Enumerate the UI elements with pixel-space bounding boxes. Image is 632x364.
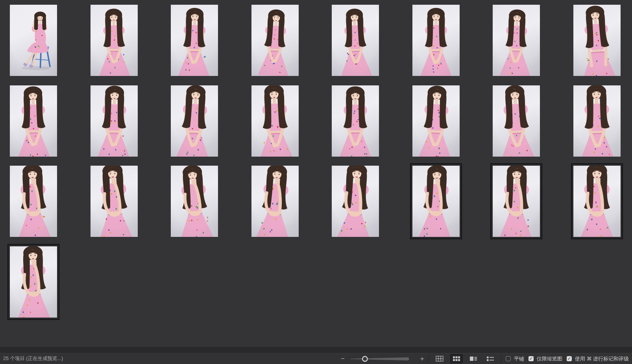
grid-lines-icon xyxy=(436,356,444,362)
thumbnail-item[interactable] xyxy=(493,85,540,157)
thumbnail-item[interactable] xyxy=(251,166,299,237)
slider-thumb[interactable] xyxy=(362,356,367,361)
thumbnail-item[interactable] xyxy=(10,246,57,318)
photo-thumbnail xyxy=(573,85,621,157)
thumbnail-item[interactable] xyxy=(171,166,218,237)
cmd-rating-checkbox[interactable] xyxy=(567,356,572,361)
thumbnail-item[interactable] xyxy=(412,85,460,157)
photo-thumbnail xyxy=(493,85,540,157)
thumbnail-item[interactable] xyxy=(251,85,299,157)
photo-thumbnail xyxy=(10,85,57,157)
photo-thumbnail xyxy=(412,85,460,157)
thumbnail-item[interactable] xyxy=(412,5,460,76)
panel-divider xyxy=(0,347,632,353)
tile-checkbox-label: 平铺 xyxy=(514,355,524,362)
separator xyxy=(429,355,429,362)
thumbnail-item[interactable] xyxy=(332,85,379,157)
photo-thumbnail xyxy=(493,5,540,76)
thumbnail-item[interactable] xyxy=(412,166,460,237)
photo-thumbnail xyxy=(332,5,379,76)
separator xyxy=(501,355,501,362)
photo-thumbnail xyxy=(171,5,218,76)
thumbnail-item[interactable] xyxy=(91,85,138,157)
photo-thumbnail xyxy=(10,5,57,76)
thumbnail-item[interactable] xyxy=(332,166,379,237)
thumbnails-only-checkbox[interactable] xyxy=(529,356,534,361)
cmd-rating-checkbox-group[interactable]: 使用 ⌘ 进行标记和评级 xyxy=(567,355,629,362)
photo-thumbnail xyxy=(91,5,138,76)
thumbnail-item[interactable] xyxy=(573,5,621,76)
photo-thumbnail xyxy=(91,85,138,157)
photo-thumbnail xyxy=(412,166,460,237)
photo-thumbnail xyxy=(251,85,299,157)
thumbnail-item[interactable] xyxy=(10,5,57,76)
status-bar-controls: − + xyxy=(341,354,632,363)
thumbnails-only-checkbox-group[interactable]: 仅限缩览图 xyxy=(529,355,562,362)
thumbnails-grid-icon xyxy=(453,356,460,362)
zoom-out-button[interactable]: − xyxy=(341,355,345,362)
photo-thumbnail xyxy=(332,85,379,157)
thumbnail-item[interactable] xyxy=(91,5,138,76)
tile-checkbox-group[interactable]: 平铺 xyxy=(506,355,524,362)
thumbnails-only-checkbox-label: 仅限缩览图 xyxy=(537,355,562,362)
thumbnail-size-slider[interactable] xyxy=(349,355,416,363)
thumbnail-item[interactable] xyxy=(171,5,218,76)
photo-thumbnail xyxy=(412,5,460,76)
view-grid-lines-button[interactable] xyxy=(433,354,446,363)
thumbnail-item[interactable] xyxy=(573,166,621,237)
photo-thumbnail xyxy=(91,166,138,237)
thumbnail-item[interactable] xyxy=(332,5,379,76)
list-view-icon xyxy=(486,356,494,362)
view-thumbnails-button[interactable] xyxy=(450,354,463,363)
photo-browser-window: 25 个项目 (正在生成预览...) − + xyxy=(0,0,632,364)
zoom-in-button[interactable]: + xyxy=(420,355,424,362)
tile-checkbox[interactable] xyxy=(506,356,511,361)
thumbnail-item[interactable] xyxy=(251,5,299,76)
details-view-icon xyxy=(469,356,477,362)
photo-thumbnail xyxy=(573,166,621,237)
thumbnail-item[interactable] xyxy=(573,85,621,157)
photo-thumbnail xyxy=(171,166,218,237)
thumbnail-item[interactable] xyxy=(10,166,57,237)
photo-thumbnail xyxy=(251,5,299,76)
status-bar: 25 个项目 (正在生成预览...) − + xyxy=(0,353,632,364)
thumbnail-item[interactable] xyxy=(91,166,138,237)
photo-thumbnail xyxy=(332,166,379,237)
photo-thumbnail xyxy=(251,166,299,237)
item-count-status: 25 个项目 (正在生成预览...) xyxy=(0,355,63,362)
photo-thumbnail xyxy=(493,166,540,237)
photo-thumbnail xyxy=(10,246,57,318)
photo-thumbnail xyxy=(573,5,621,76)
thumbnail-item[interactable] xyxy=(493,5,540,76)
photo-thumbnail xyxy=(171,85,218,157)
cmd-rating-checkbox-label: 使用 ⌘ 进行标记和评级 xyxy=(575,355,629,362)
slider-track[interactable] xyxy=(350,357,409,360)
thumbnail-item[interactable] xyxy=(10,85,57,157)
photo-thumbnail xyxy=(10,166,57,237)
view-list-button[interactable] xyxy=(484,354,497,363)
thumbnail-item[interactable] xyxy=(493,166,540,237)
thumbnail-item[interactable] xyxy=(171,85,218,157)
view-details-button[interactable] xyxy=(467,354,480,363)
thumbnail-grid xyxy=(0,0,632,347)
